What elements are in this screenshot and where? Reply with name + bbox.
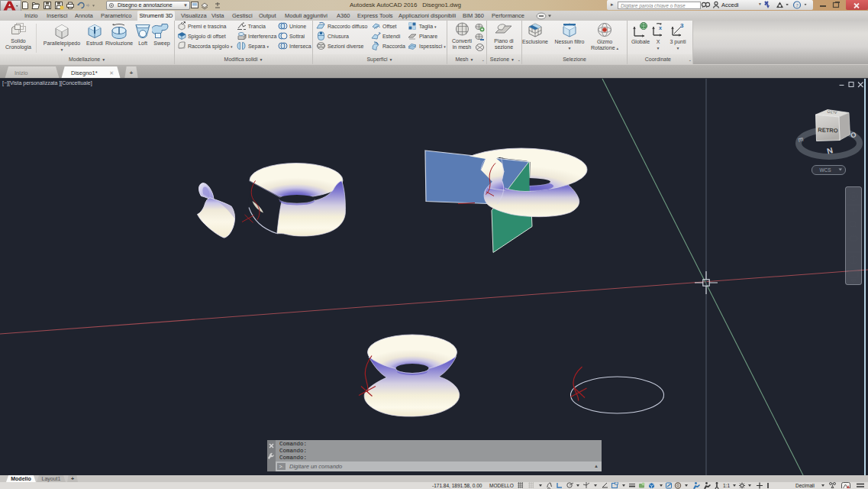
svg-text:1:1: 1:1 xyxy=(723,483,730,488)
svg-text:Decimali: Decimali xyxy=(795,483,815,488)
svg-text:3: 3 xyxy=(680,22,684,29)
svg-text:WCS: WCS xyxy=(819,167,831,173)
svg-text:x: x xyxy=(659,25,662,31)
svg-text:ALTO: ALTO xyxy=(827,109,837,115)
svg-text:RETRO: RETRO xyxy=(818,127,838,134)
svg-text:?: ? xyxy=(795,2,798,8)
svg-text:N: N xyxy=(826,145,834,155)
